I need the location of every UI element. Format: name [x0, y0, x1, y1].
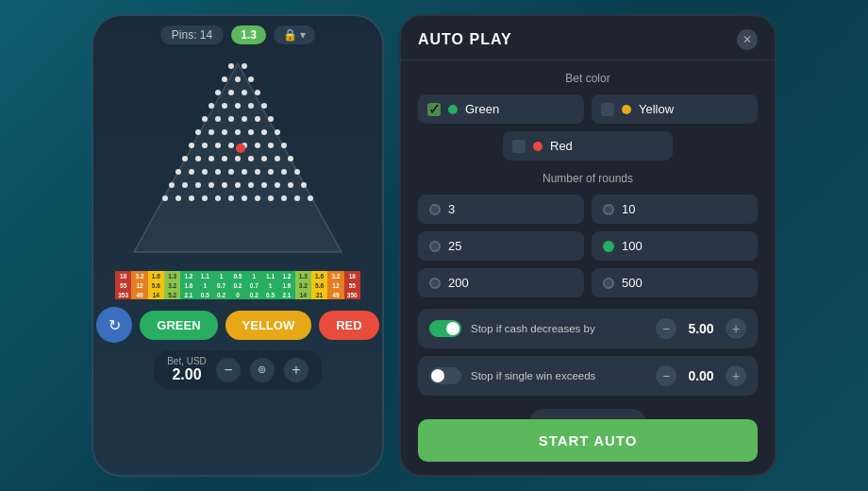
color-buttons: ↻ GREEN YELLOW RED — [96, 307, 378, 343]
bet-color-red[interactable]: Red — [503, 131, 673, 161]
bet-color-green[interactable]: ✓ Green — [418, 94, 584, 124]
yellow-button[interactable]: YELLOW — [225, 311, 312, 340]
multiplier-value: 1.3 — [241, 28, 257, 42]
pin — [255, 90, 260, 95]
round-btn-100[interactable]: 100 — [592, 231, 758, 261]
stop-win-toggle[interactable] — [429, 367, 461, 384]
pin — [268, 195, 274, 201]
pin — [195, 182, 201, 188]
score-cell: 1.6 — [311, 271, 327, 280]
pins-label: Pins: 14 — [172, 28, 212, 42]
stop-win-row: Stop if single win exceeds − 0.00 + — [418, 356, 758, 396]
bet-increase-button[interactable]: + — [284, 358, 309, 382]
score-cell: 1 — [213, 271, 229, 280]
score-cell: 14 — [148, 290, 164, 299]
phone-header: Pins: 14 1.3 🔒 ▾ — [93, 16, 382, 50]
pin — [228, 116, 234, 122]
ball — [236, 144, 245, 153]
bet-label-text: Bet, USD — [167, 356, 207, 366]
pin — [169, 182, 175, 188]
score-cell: 0.7 — [246, 280, 262, 290]
pin — [255, 116, 260, 122]
pin-row-8 — [182, 156, 293, 161]
score-cell: 3.2 — [327, 271, 343, 280]
stop-cash-toggle[interactable] — [429, 320, 461, 337]
bet-decrease-button[interactable]: − — [216, 358, 241, 382]
pin — [209, 156, 214, 161]
round-value-10: 10 — [622, 202, 635, 216]
pin — [281, 169, 287, 175]
stop-cash-decrease[interactable]: − — [656, 318, 676, 339]
pin — [288, 182, 293, 188]
pin — [209, 129, 214, 135]
pin — [228, 63, 234, 69]
stop-cash-row: Stop if cash decreases by − 5.00 + — [418, 309, 758, 348]
round-btn-3[interactable]: 3 — [418, 195, 584, 224]
score-cell: 12 — [327, 280, 343, 290]
stop-win-decrease[interactable]: − — [656, 365, 676, 386]
bet-color-yellow[interactable]: Yellow — [592, 94, 758, 124]
green-button[interactable]: GREEN — [140, 311, 217, 340]
more-options-button[interactable]: More options ▾ — [529, 409, 646, 419]
pin — [182, 156, 188, 161]
stop-cash-value: 5.00 — [682, 321, 720, 336]
pin — [189, 143, 194, 148]
score-cell: 0.5 — [262, 290, 278, 299]
pin-row-4 — [209, 103, 267, 109]
red-label: Red — [550, 139, 573, 153]
pin — [228, 195, 234, 201]
score-cell: 1.1 — [262, 271, 278, 280]
rounds-grid: 3 10 25 100 200 — [418, 195, 758, 297]
pin — [228, 90, 234, 95]
pin — [248, 76, 254, 82]
pin — [268, 169, 274, 175]
round-btn-200[interactable]: 200 — [418, 268, 584, 297]
score-cell: 1 — [262, 280, 278, 290]
round-btn-500[interactable]: 500 — [592, 268, 758, 297]
pin — [242, 116, 247, 122]
pin — [202, 143, 208, 148]
score-cell: 1.3 — [295, 271, 311, 280]
stop-win-increase[interactable]: + — [726, 365, 746, 386]
red-button[interactable]: RED — [319, 311, 378, 340]
pin — [242, 63, 247, 69]
pin — [195, 156, 201, 161]
score-cell: 1.6 — [148, 271, 164, 280]
pin-row-2 — [222, 76, 254, 82]
round-btn-10[interactable]: 10 — [592, 195, 758, 224]
auto-play-body: Bet color ✓ Green Yellow Red — [401, 60, 775, 419]
score-cell: 0.2 — [229, 280, 245, 290]
game-area: 18 3.2 1.6 1.3 1.2 1.1 1 0.5 1 1.1 1.2 1… — [115, 54, 360, 299]
start-auto-button[interactable]: START AUTO — [418, 419, 758, 462]
pin — [281, 143, 287, 148]
pin — [248, 182, 254, 188]
green-check: ✓ — [427, 103, 441, 116]
pin — [255, 195, 260, 201]
stop-win-text: Stop if single win exceeds — [471, 368, 646, 383]
round-value-25: 25 — [448, 239, 461, 253]
pin — [268, 116, 274, 122]
pin — [235, 182, 241, 188]
lock-icon-badge[interactable]: 🔒 ▾ — [274, 25, 315, 44]
score-cell: 1 — [246, 271, 262, 280]
close-button[interactable]: ✕ — [737, 29, 758, 50]
pin-row-11 — [162, 195, 313, 201]
bet-label: Bet, USD 2.00 — [167, 356, 207, 383]
score-cell: 350 — [344, 290, 360, 299]
round-btn-25[interactable]: 25 — [418, 231, 584, 261]
stop-cash-text: Stop if cash decreases by — [471, 321, 646, 336]
stop-cash-increase[interactable]: + — [726, 318, 746, 339]
pin — [189, 195, 194, 201]
bet-area: Bet, USD 2.00 − ⊚ + — [154, 350, 322, 389]
pin — [281, 195, 287, 201]
refresh-button[interactable]: ↻ — [96, 307, 132, 343]
score-cell: 1 — [197, 280, 213, 290]
yellow-label: Yellow — [639, 102, 674, 116]
pin — [175, 169, 181, 175]
auto-play-panel: AUTO PLAY ✕ Bet color ✓ Green Yellow — [399, 14, 776, 477]
score-row-2: 55 12 5.6 3.2 1.6 1 0.7 0.2 0.7 1 1.6 3.… — [115, 280, 360, 290]
stop-cash-value-area: − 5.00 + — [656, 318, 746, 339]
pin — [255, 169, 260, 175]
round-value-200: 200 — [448, 276, 469, 290]
bet-stack-icon[interactable]: ⊚ — [250, 358, 275, 382]
